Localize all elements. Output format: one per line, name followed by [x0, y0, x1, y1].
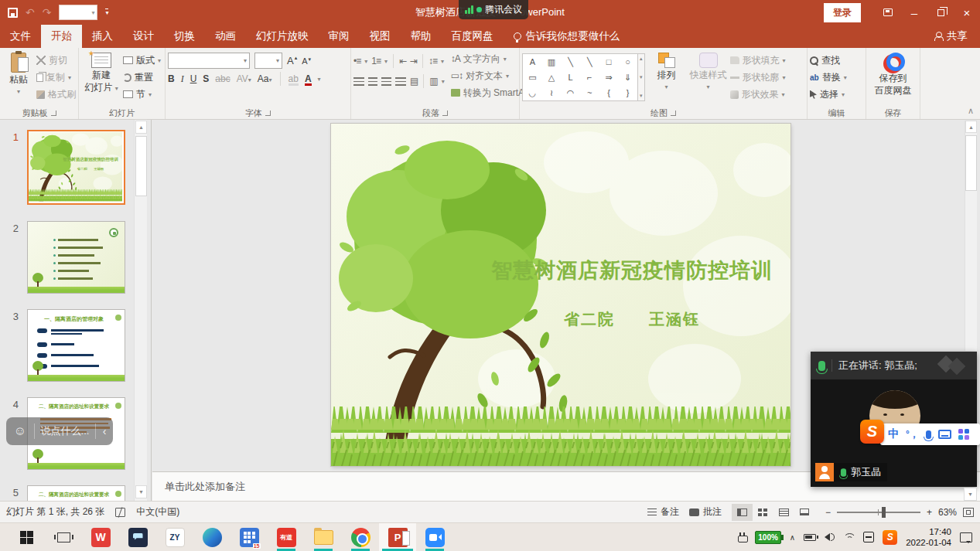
- normal-view-button[interactable]: [732, 504, 753, 521]
- underline-button[interactable]: U: [190, 73, 197, 84]
- new-slide-button[interactable]: 新建 幻灯片 ▾: [81, 50, 121, 94]
- restore-button[interactable]: [927, 0, 954, 25]
- section-button[interactable]: 节▾: [123, 86, 161, 103]
- shape-outline-button[interactable]: 形状轮廓▾: [730, 69, 786, 86]
- grow-font-button[interactable]: A▴: [287, 55, 297, 66]
- copy-button[interactable]: 复制▾: [36, 69, 76, 86]
- shapes-gallery[interactable]: A▥╲╲□○ ▭△L⌐⇒⇓ ◡≀◠~{}: [522, 53, 638, 101]
- scroll-up-icon[interactable]: ▲: [965, 121, 977, 133]
- sogou-ime-logo[interactable]: S: [860, 420, 884, 444]
- zoom-in-button[interactable]: +: [927, 507, 932, 518]
- language-status[interactable]: 中文(中国): [136, 505, 179, 519]
- zoom-level[interactable]: 63%: [938, 507, 957, 518]
- tell-me-box[interactable]: 告诉我你想要做什么: [504, 25, 630, 48]
- tab-review[interactable]: 审阅: [319, 25, 360, 48]
- action-center-icon[interactable]: [960, 532, 972, 542]
- ime-punctuation[interactable]: °，: [906, 428, 919, 441]
- find-button[interactable]: 查找: [810, 52, 847, 69]
- volume-icon[interactable]: [825, 533, 835, 541]
- shape-cell[interactable]: ◠: [567, 89, 575, 97]
- layout-button[interactable]: 版式▾: [123, 52, 161, 69]
- tray-expand-icon[interactable]: ∧: [790, 533, 795, 542]
- numbering-button[interactable]: 1≡: [371, 56, 381, 66]
- shape-cell[interactable]: ▭: [528, 73, 536, 82]
- taskbar-powerpoint[interactable]: P: [379, 523, 416, 551]
- thumb-scroll-up-icon[interactable]: ▲: [135, 121, 147, 134]
- redo-icon[interactable]: ↷: [43, 6, 52, 19]
- taskbar-chat-app[interactable]: [119, 523, 156, 551]
- meeting-floating-badge[interactable]: 腾讯会议: [459, 0, 528, 19]
- zoom-out-button[interactable]: −: [825, 507, 831, 518]
- shape-cell[interactable]: L: [569, 73, 573, 82]
- slideshow-view-button[interactable]: [794, 504, 815, 521]
- tab-home[interactable]: 开始: [41, 25, 82, 48]
- highlight-button[interactable]: ab: [289, 73, 299, 84]
- gallery-down-icon[interactable]: ▾: [640, 74, 643, 80]
- tab-animations[interactable]: 动画: [205, 25, 246, 48]
- emoji-icon[interactable]: ☺: [6, 424, 34, 438]
- collapse-ribbon-icon[interactable]: ∧: [968, 106, 974, 116]
- meeting-video-overlay[interactable]: 正在讲话: 郭玉晶; 郭玉晶: [811, 352, 977, 487]
- slide-thumbnail-3[interactable]: 一、隔离酒店的管理对象: [27, 309, 125, 382]
- scroll-down-icon[interactable]: ▼: [964, 488, 977, 501]
- italic-button[interactable]: I: [181, 73, 184, 85]
- ime-keyboard-icon[interactable]: [938, 430, 951, 439]
- align-left-button[interactable]: [353, 77, 364, 86]
- power-plug-icon[interactable]: [738, 532, 746, 542]
- save-icon[interactable]: [8, 8, 18, 18]
- font-color-button[interactable]: A: [305, 73, 312, 84]
- ime-toolbox-icon[interactable]: [958, 429, 969, 440]
- slide-thumbnail-5[interactable]: 二、隔离酒店的选址和设置要求: [27, 485, 125, 501]
- zoom-slider[interactable]: [837, 512, 920, 513]
- vertical-scrollbar[interactable]: ▲: [965, 121, 977, 351]
- slide-thumbnail-1[interactable]: 智慧树酒店新冠疫情防控培训 省二院 王涵钰: [27, 130, 125, 205]
- gallery-up-icon[interactable]: ▴: [640, 56, 643, 62]
- taskbar-wps[interactable]: W: [82, 523, 119, 551]
- quick-styles-button[interactable]: 快速样式▾: [688, 50, 729, 93]
- paragraph-dialog-launcher-icon[interactable]: [442, 111, 448, 116]
- taskbar-chrome[interactable]: [342, 523, 379, 551]
- comments-toggle-button[interactable]: 批注: [689, 505, 722, 519]
- minimize-button[interactable]: –: [901, 0, 927, 25]
- shape-cell[interactable]: {: [607, 89, 610, 97]
- decrease-indent-button[interactable]: ⇤: [399, 56, 406, 66]
- shape-cell[interactable]: ⇒: [605, 73, 612, 82]
- shape-cell[interactable]: △: [548, 73, 555, 82]
- font-size-combo[interactable]: ▾: [254, 53, 282, 69]
- paste-button[interactable]: 粘贴▾: [2, 50, 35, 97]
- tab-design[interactable]: 设计: [123, 25, 164, 48]
- chat-input[interactable]: 说点什么...: [35, 424, 95, 438]
- qat-combo-box[interactable]: ▾: [59, 5, 97, 20]
- thumbnails-scrollbar[interactable]: ▲ ▼: [134, 120, 147, 501]
- task-view-button[interactable]: [45, 523, 82, 551]
- bold-button[interactable]: B: [168, 73, 175, 84]
- tab-view[interactable]: 视图: [360, 25, 401, 48]
- gallery-more-icon[interactable]: ▾: [640, 93, 643, 99]
- tab-slideshow[interactable]: 幻灯片放映: [246, 25, 319, 48]
- slide-title[interactable]: 智慧树酒店新冠疫情防控培训: [478, 257, 786, 284]
- ime-toolbar[interactable]: 中 °，: [880, 423, 980, 445]
- shape-effects-button[interactable]: 形状效果▾: [730, 86, 786, 103]
- slide-thumbnail-2[interactable]: [27, 221, 125, 294]
- drawing-dialog-launcher-icon[interactable]: [671, 111, 676, 116]
- font-name-combo[interactable]: ▾: [168, 53, 250, 69]
- taskbar-clock[interactable]: 17:40 2022-01-04: [906, 526, 951, 549]
- tab-baidu-netdisk[interactable]: 百度网盘: [442, 25, 504, 48]
- ime-voice-icon[interactable]: [926, 430, 931, 439]
- undo-icon[interactable]: ↶: [26, 6, 35, 19]
- ime-tray-icon[interactable]: [863, 532, 874, 542]
- qat-customize-icon[interactable]: ▾: [105, 9, 108, 16]
- tab-file[interactable]: 文件: [0, 25, 41, 48]
- thumb-scroll-down-icon[interactable]: ▼: [135, 485, 147, 498]
- battery-status[interactable]: 100%: [755, 531, 781, 544]
- notes-toggle-button[interactable]: 备注: [647, 505, 679, 519]
- shape-cell[interactable]: ○: [625, 58, 630, 66]
- select-button[interactable]: 选择▾: [810, 86, 847, 103]
- shape-cell[interactable]: ▥: [548, 58, 555, 66]
- shape-cell[interactable]: □: [606, 58, 612, 66]
- shape-cell[interactable]: ≀: [550, 89, 553, 97]
- shrink-font-button[interactable]: A▾: [302, 56, 311, 66]
- collapse-chat-icon[interactable]: ‹: [96, 425, 113, 437]
- taskbar-youdao[interactable]: 有道: [268, 523, 305, 551]
- align-right-button[interactable]: [381, 77, 391, 86]
